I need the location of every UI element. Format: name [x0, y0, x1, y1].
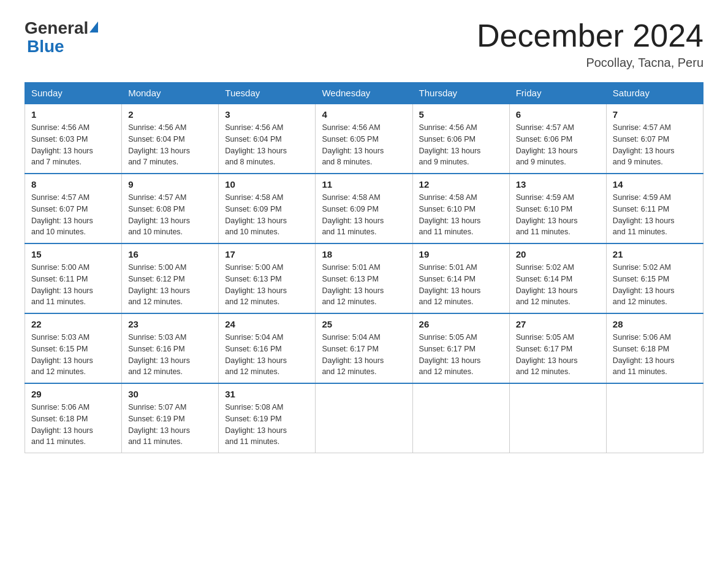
- day-number: 26: [419, 319, 503, 329]
- day-number: 6: [516, 109, 600, 120]
- logo-general-text: General: [25, 18, 88, 38]
- table-row: 26 Sunrise: 5:05 AM Sunset: 6:17 PM Dayl…: [412, 313, 509, 383]
- day-number: 1: [31, 109, 115, 120]
- day-number: 19: [419, 249, 503, 259]
- day-info: Sunrise: 5:07 AM Sunset: 6:19 PM Dayligh…: [128, 402, 212, 448]
- day-number: 25: [322, 319, 406, 329]
- calendar-week-row: 1 Sunrise: 4:56 AM Sunset: 6:03 PM Dayli…: [25, 104, 703, 174]
- table-row: 5 Sunrise: 4:56 AM Sunset: 6:06 PM Dayli…: [412, 104, 509, 174]
- col-tuesday: Tuesday: [219, 83, 316, 104]
- day-info: Sunrise: 5:02 AM Sunset: 6:14 PM Dayligh…: [516, 262, 600, 308]
- day-number: 15: [31, 249, 115, 259]
- table-row: 8 Sunrise: 4:57 AM Sunset: 6:07 PM Dayli…: [25, 174, 122, 243]
- table-row: 31 Sunrise: 5:08 AM Sunset: 6:19 PM Dayl…: [219, 383, 316, 453]
- col-saturday: Saturday: [606, 83, 703, 104]
- day-number: 17: [225, 249, 309, 259]
- day-number: 3: [225, 109, 309, 120]
- day-info: Sunrise: 5:06 AM Sunset: 6:18 PM Dayligh…: [31, 402, 115, 448]
- table-row: 6 Sunrise: 4:57 AM Sunset: 6:06 PM Dayli…: [509, 104, 606, 174]
- col-monday: Monday: [122, 83, 219, 104]
- day-info: Sunrise: 5:08 AM Sunset: 6:19 PM Dayligh…: [225, 402, 309, 448]
- day-info: Sunrise: 5:05 AM Sunset: 6:17 PM Dayligh…: [516, 332, 600, 378]
- table-row: 1 Sunrise: 4:56 AM Sunset: 6:03 PM Dayli…: [25, 104, 122, 174]
- table-row: 10 Sunrise: 4:58 AM Sunset: 6:09 PM Dayl…: [219, 174, 316, 243]
- day-number: 20: [516, 249, 600, 259]
- table-row: 18 Sunrise: 5:01 AM Sunset: 6:13 PM Dayl…: [316, 243, 412, 313]
- day-number: 2: [128, 109, 212, 120]
- day-info: Sunrise: 4:57 AM Sunset: 6:06 PM Dayligh…: [516, 122, 600, 168]
- table-row: 28 Sunrise: 5:06 AM Sunset: 6:18 PM Dayl…: [606, 313, 703, 383]
- table-row: 30 Sunrise: 5:07 AM Sunset: 6:19 PM Dayl…: [122, 383, 219, 453]
- day-info: Sunrise: 4:56 AM Sunset: 6:04 PM Dayligh…: [225, 122, 309, 168]
- day-number: 22: [31, 319, 115, 329]
- day-info: Sunrise: 5:00 AM Sunset: 6:13 PM Dayligh…: [225, 262, 309, 308]
- col-thursday: Thursday: [412, 83, 509, 104]
- day-info: Sunrise: 4:57 AM Sunset: 6:07 PM Dayligh…: [613, 122, 697, 168]
- table-row: 2 Sunrise: 4:56 AM Sunset: 6:04 PM Dayli…: [122, 104, 219, 174]
- day-info: Sunrise: 4:56 AM Sunset: 6:05 PM Dayligh…: [322, 122, 406, 168]
- logo-blue-text: Blue: [27, 37, 64, 56]
- day-info: Sunrise: 5:04 AM Sunset: 6:17 PM Dayligh…: [322, 332, 406, 378]
- table-row: [509, 383, 606, 453]
- day-info: Sunrise: 4:56 AM Sunset: 6:04 PM Dayligh…: [128, 122, 212, 168]
- table-row: 3 Sunrise: 4:56 AM Sunset: 6:04 PM Dayli…: [219, 104, 316, 174]
- day-info: Sunrise: 5:00 AM Sunset: 6:11 PM Dayligh…: [31, 262, 115, 308]
- table-row: 29 Sunrise: 5:06 AM Sunset: 6:18 PM Dayl…: [25, 383, 122, 453]
- day-number: 27: [516, 319, 600, 329]
- day-info: Sunrise: 5:01 AM Sunset: 6:13 PM Dayligh…: [322, 262, 406, 308]
- table-row: 4 Sunrise: 4:56 AM Sunset: 6:05 PM Dayli…: [316, 104, 412, 174]
- calendar-table: Sunday Monday Tuesday Wednesday Thursday…: [25, 82, 703, 453]
- day-number: 30: [128, 389, 212, 399]
- day-number: 10: [225, 179, 309, 190]
- day-info: Sunrise: 4:58 AM Sunset: 6:09 PM Dayligh…: [225, 192, 309, 238]
- table-row: 15 Sunrise: 5:00 AM Sunset: 6:11 PM Dayl…: [25, 243, 122, 313]
- table-row: 12 Sunrise: 4:58 AM Sunset: 6:10 PM Dayl…: [412, 174, 509, 243]
- day-info: Sunrise: 5:05 AM Sunset: 6:17 PM Dayligh…: [419, 332, 503, 378]
- day-number: 24: [225, 319, 309, 329]
- col-wednesday: Wednesday: [316, 83, 412, 104]
- page-header: General Blue December 2024 Pocollay, Tac…: [25, 18, 703, 70]
- day-number: 13: [516, 179, 600, 190]
- day-number: 28: [613, 319, 697, 329]
- day-number: 5: [419, 109, 503, 120]
- table-row: 24 Sunrise: 5:04 AM Sunset: 6:16 PM Dayl…: [219, 313, 316, 383]
- table-row: 16 Sunrise: 5:00 AM Sunset: 6:12 PM Dayl…: [122, 243, 219, 313]
- day-number: 7: [613, 109, 697, 120]
- col-friday: Friday: [509, 83, 606, 104]
- day-number: 14: [613, 179, 697, 190]
- day-info: Sunrise: 4:58 AM Sunset: 6:10 PM Dayligh…: [419, 192, 503, 238]
- table-row: 7 Sunrise: 4:57 AM Sunset: 6:07 PM Dayli…: [606, 104, 703, 174]
- table-row: [606, 383, 703, 453]
- title-section: December 2024 Pocollay, Tacna, Peru: [477, 18, 703, 70]
- table-row: 17 Sunrise: 5:00 AM Sunset: 6:13 PM Dayl…: [219, 243, 316, 313]
- table-row: [412, 383, 509, 453]
- day-info: Sunrise: 4:56 AM Sunset: 6:03 PM Dayligh…: [31, 122, 115, 168]
- calendar-week-row: 8 Sunrise: 4:57 AM Sunset: 6:07 PM Dayli…: [25, 174, 703, 243]
- month-title: December 2024: [477, 18, 703, 53]
- table-row: 20 Sunrise: 5:02 AM Sunset: 6:14 PM Dayl…: [509, 243, 606, 313]
- day-info: Sunrise: 4:59 AM Sunset: 6:11 PM Dayligh…: [613, 192, 697, 238]
- calendar-week-row: 22 Sunrise: 5:03 AM Sunset: 6:15 PM Dayl…: [25, 313, 703, 383]
- table-row: 9 Sunrise: 4:57 AM Sunset: 6:08 PM Dayli…: [122, 174, 219, 243]
- day-number: 8: [31, 179, 115, 190]
- day-info: Sunrise: 5:01 AM Sunset: 6:14 PM Dayligh…: [419, 262, 503, 308]
- day-info: Sunrise: 5:06 AM Sunset: 6:18 PM Dayligh…: [613, 332, 697, 378]
- logo: General Blue: [25, 18, 98, 56]
- logo-triangle-icon: [89, 21, 98, 33]
- day-info: Sunrise: 5:02 AM Sunset: 6:15 PM Dayligh…: [613, 262, 697, 308]
- day-info: Sunrise: 4:56 AM Sunset: 6:06 PM Dayligh…: [419, 122, 503, 168]
- table-row: 27 Sunrise: 5:05 AM Sunset: 6:17 PM Dayl…: [509, 313, 606, 383]
- col-sunday: Sunday: [25, 83, 122, 104]
- calendar-header-row: Sunday Monday Tuesday Wednesday Thursday…: [25, 83, 703, 104]
- table-row: 19 Sunrise: 5:01 AM Sunset: 6:14 PM Dayl…: [412, 243, 509, 313]
- day-number: 11: [322, 179, 406, 190]
- day-info: Sunrise: 5:00 AM Sunset: 6:12 PM Dayligh…: [128, 262, 212, 308]
- day-number: 21: [613, 249, 697, 259]
- table-row: [316, 383, 412, 453]
- day-info: Sunrise: 5:03 AM Sunset: 6:15 PM Dayligh…: [31, 332, 115, 378]
- day-number: 31: [225, 389, 309, 399]
- table-row: 11 Sunrise: 4:58 AM Sunset: 6:09 PM Dayl…: [316, 174, 412, 243]
- day-number: 29: [31, 389, 115, 399]
- day-info: Sunrise: 4:58 AM Sunset: 6:09 PM Dayligh…: [322, 192, 406, 238]
- location-text: Pocollay, Tacna, Peru: [477, 56, 703, 70]
